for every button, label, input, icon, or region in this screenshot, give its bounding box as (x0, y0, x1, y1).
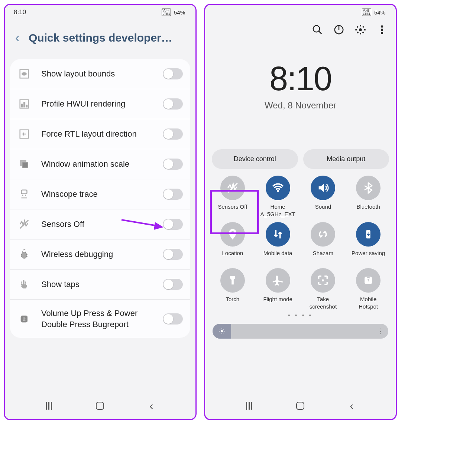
setting-window-animation[interactable]: Window animation scale (10, 149, 190, 179)
sound-tile-icon (311, 176, 335, 200)
toggle[interactable] (163, 68, 183, 79)
tile-label: Mobile data (263, 250, 292, 264)
winscope-icon (17, 188, 31, 201)
page-indicator: ● ● ● ● (205, 313, 396, 317)
toggle[interactable] (163, 189, 183, 200)
back-button[interactable]: ‹ (15, 30, 20, 46)
bugreport-icon: 2 (17, 312, 31, 326)
torch-tile-icon (220, 268, 245, 293)
tile-power-saving[interactable]: Power saving (347, 222, 390, 264)
tile-label: Home A_5GHz_EXT (259, 203, 297, 218)
tile-sound[interactable]: Sound (302, 176, 345, 218)
setting-label: Winscope trace (41, 189, 163, 200)
wireless-debug-icon (17, 248, 31, 261)
qs-time: 8:10 (205, 60, 396, 98)
nav-home-button[interactable] (93, 399, 107, 413)
svg-point-34 (359, 28, 362, 31)
nav-back-button[interactable]: ‹ (345, 399, 358, 413)
shazam-tile-icon (311, 222, 335, 247)
tile-mobile-data[interactable]: Mobile data (256, 222, 300, 264)
svg-point-36 (381, 29, 383, 31)
more-menu-icon[interactable] (376, 24, 388, 37)
qs-pills: Device control Media output (205, 149, 396, 169)
qs-clock: 8:10 Wed, 8 November (205, 60, 396, 111)
qs-toolbar (205, 18, 396, 41)
media-output-button[interactable]: Media output (303, 149, 389, 169)
device-control-button[interactable]: Device control (212, 149, 298, 169)
flight-mode-tile-icon (266, 268, 290, 293)
tile-torch[interactable]: Torch (211, 268, 254, 310)
volte-icon: Vo))LTE1 (362, 9, 371, 16)
toggle[interactable] (163, 219, 183, 230)
setting-sensors-off[interactable]: Sensors Off (10, 209, 190, 239)
svg-point-30 (313, 26, 320, 32)
status-bar: 8:10 Vo))LTE1 54% (5, 5, 195, 18)
power-icon[interactable] (333, 24, 344, 37)
nav-recent-button[interactable] (243, 399, 256, 413)
setting-show-layout-bounds[interactable]: Show layout bounds (10, 59, 190, 89)
nav-home-button[interactable] (294, 399, 307, 413)
sensors-off-icon (17, 218, 31, 231)
svg-point-39 (277, 190, 279, 192)
svg-point-42 (322, 279, 324, 281)
tile-label: Power saving (352, 250, 385, 264)
tile-wifi[interactable]: Home A_5GHz_EXT (256, 176, 300, 218)
nav-recent-button[interactable] (42, 399, 56, 413)
rtl-icon (17, 127, 31, 141)
hotspot-tile-icon (356, 268, 381, 293)
tile-sensors-off[interactable]: Sensors Off (211, 176, 254, 218)
window-animation-icon (17, 157, 31, 171)
navigation-bar: ‹ (205, 390, 396, 419)
svg-rect-17 (22, 190, 27, 194)
tile-location[interactable]: Location (211, 222, 254, 264)
setting-label: Volume Up Press & Power Double Press Bug… (41, 308, 163, 330)
location-tile-icon (220, 222, 245, 247)
tile-label: Take screenshot (304, 296, 341, 310)
svg-point-21 (22, 252, 27, 259)
settings-card: Show layout bounds Profile HWUI renderin… (10, 59, 190, 338)
setting-wireless-debugging[interactable]: Wireless debugging (10, 239, 190, 270)
tile-flight-mode[interactable]: Flight mode (256, 268, 300, 310)
toggle[interactable] (163, 159, 183, 170)
setting-label: Window animation scale (41, 159, 163, 170)
svg-point-9 (22, 72, 27, 75)
setting-winscope-trace[interactable]: Winscope trace (10, 179, 190, 209)
setting-bugreport[interactable]: 2 Volume Up Press & Power Double Press B… (10, 300, 190, 338)
navigation-bar: ‹ (5, 390, 195, 419)
tile-shazam[interactable]: Shazam (302, 222, 345, 264)
tile-label: Flight mode (263, 296, 292, 310)
setting-label: Wireless debugging (41, 249, 163, 260)
tile-mobile-hotspot[interactable]: Mobile Hotspot (347, 268, 390, 310)
toggle[interactable] (163, 313, 183, 325)
tile-label: Location (222, 250, 243, 264)
toggle[interactable] (163, 128, 183, 140)
tile-screenshot[interactable]: Take screenshot (302, 268, 345, 310)
brightness-menu-icon[interactable]: ⋮ (377, 327, 384, 335)
search-icon[interactable] (312, 24, 323, 37)
right-phone-quicksettings: . Vo))LTE1 54% 8:10 Wed, 8 November Devi… (204, 4, 397, 420)
volte-icon: Vo))LTE1 (162, 9, 171, 16)
setting-profile-hwui[interactable]: Profile HWUI rendering (10, 89, 190, 119)
toggle[interactable] (163, 279, 183, 290)
nav-back-button[interactable]: ‹ (145, 399, 158, 413)
hwui-icon (17, 97, 31, 111)
qs-date: Wed, 8 November (205, 100, 396, 111)
settings-gear-icon[interactable] (355, 24, 366, 37)
left-phone-settings: 8:10 Vo))LTE1 54% ‹ Quick settings devel… (4, 4, 197, 420)
setting-force-rtl[interactable]: Force RTL layout direction (10, 119, 190, 149)
status-bar: . Vo))LTE1 54% (205, 5, 396, 18)
tile-label: Torch (226, 296, 240, 310)
toggle[interactable] (163, 98, 183, 110)
setting-label: Show layout bounds (41, 68, 163, 79)
setting-show-taps[interactable]: Show taps (10, 270, 190, 300)
clock-text: 8:10 (14, 9, 26, 16)
svg-rect-12 (24, 102, 25, 107)
brightness-slider[interactable]: ⋮ (213, 324, 388, 339)
setting-label: Show taps (41, 279, 163, 290)
settings-header: ‹ Quick settings developer… (5, 18, 195, 59)
show-taps-icon (17, 278, 31, 291)
tile-bluetooth[interactable]: Bluetooth (347, 176, 390, 218)
toggle[interactable] (163, 249, 183, 260)
svg-point-44 (368, 280, 369, 281)
screenshot-tile-icon (311, 268, 335, 293)
